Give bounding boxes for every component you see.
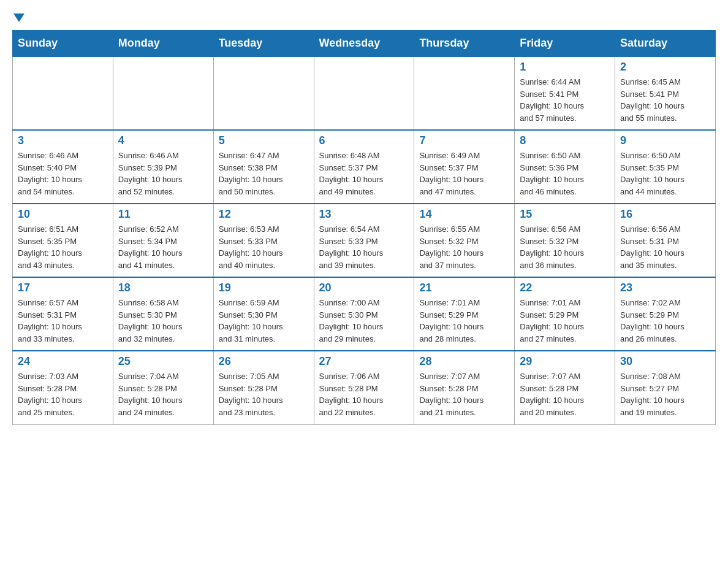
calendar-cell: 10Sunrise: 6:51 AM Sunset: 5:35 PM Dayli… [13,204,113,277]
calendar-cell: 24Sunrise: 7:03 AM Sunset: 5:28 PM Dayli… [13,351,113,424]
day-number: 24 [18,355,108,368]
weekday-header-wednesday: Wednesday [314,31,414,57]
weekday-header-tuesday: Tuesday [213,31,314,57]
day-info: Sunrise: 7:07 AM Sunset: 5:28 PM Dayligh… [419,370,509,418]
day-info: Sunrise: 6:46 AM Sunset: 5:40 PM Dayligh… [18,150,108,197]
day-info: Sunrise: 7:00 AM Sunset: 5:30 PM Dayligh… [319,297,409,345]
weekday-header-monday: Monday [113,31,213,57]
day-number: 18 [118,282,208,294]
calendar-cell: 21Sunrise: 7:01 AM Sunset: 5:29 PM Dayli… [414,277,515,351]
day-info: Sunrise: 7:03 AM Sunset: 5:28 PM Dayligh… [18,370,108,418]
day-number: 26 [219,355,309,368]
day-number: 12 [219,208,309,221]
day-info: Sunrise: 7:01 AM Sunset: 5:29 PM Dayligh… [419,297,509,345]
calendar-cell: 25Sunrise: 7:04 AM Sunset: 5:28 PM Dayli… [113,351,213,424]
day-info: Sunrise: 6:55 AM Sunset: 5:32 PM Dayligh… [419,223,509,271]
calendar-cell: 3Sunrise: 6:46 AM Sunset: 5:40 PM Daylig… [13,130,113,204]
weekday-header-saturday: Saturday [615,31,716,57]
week-row-4: 17Sunrise: 6:57 AM Sunset: 5:31 PM Dayli… [13,277,716,351]
calendar-cell: 15Sunrise: 6:56 AM Sunset: 5:32 PM Dayli… [515,204,615,277]
calendar-cell: 26Sunrise: 7:05 AM Sunset: 5:28 PM Dayli… [213,351,314,424]
day-info: Sunrise: 7:06 AM Sunset: 5:28 PM Dayligh… [319,370,409,418]
day-number: 29 [520,355,610,368]
day-number: 14 [419,208,509,221]
calendar-cell [213,56,314,130]
calendar-cell: 9Sunrise: 6:50 AM Sunset: 5:35 PM Daylig… [615,130,716,204]
calendar-cell: 19Sunrise: 6:59 AM Sunset: 5:30 PM Dayli… [213,277,314,351]
weekday-header-friday: Friday [515,31,615,57]
day-number: 6 [319,134,409,147]
day-info: Sunrise: 6:44 AM Sunset: 5:41 PM Dayligh… [520,76,610,124]
calendar-cell: 22Sunrise: 7:01 AM Sunset: 5:29 PM Dayli… [515,277,615,351]
day-info: Sunrise: 6:59 AM Sunset: 5:30 PM Dayligh… [219,297,309,345]
day-number: 15 [520,208,610,221]
week-row-2: 3Sunrise: 6:46 AM Sunset: 5:40 PM Daylig… [13,130,716,204]
day-number: 10 [18,208,108,221]
day-number: 5 [219,134,309,147]
day-info: Sunrise: 7:01 AM Sunset: 5:29 PM Dayligh… [520,297,610,345]
day-number: 17 [18,282,108,294]
calendar-cell: 18Sunrise: 6:58 AM Sunset: 5:30 PM Dayli… [113,277,213,351]
calendar-cell: 30Sunrise: 7:08 AM Sunset: 5:27 PM Dayli… [615,351,716,424]
day-info: Sunrise: 7:07 AM Sunset: 5:28 PM Dayligh… [520,370,610,418]
day-info: Sunrise: 6:48 AM Sunset: 5:37 PM Dayligh… [319,150,409,197]
day-info: Sunrise: 6:51 AM Sunset: 5:35 PM Dayligh… [18,223,108,271]
day-number: 23 [620,282,710,294]
day-number: 13 [319,208,409,221]
day-number: 3 [18,134,108,147]
day-info: Sunrise: 7:04 AM Sunset: 5:28 PM Dayligh… [118,370,208,418]
calendar-cell: 12Sunrise: 6:53 AM Sunset: 5:33 PM Dayli… [213,204,314,277]
day-info: Sunrise: 6:56 AM Sunset: 5:32 PM Dayligh… [520,223,610,271]
day-number: 27 [319,355,409,368]
weekday-header-thursday: Thursday [414,31,515,57]
day-info: Sunrise: 6:58 AM Sunset: 5:30 PM Dayligh… [118,297,208,345]
calendar-cell [414,56,515,130]
week-row-1: 1Sunrise: 6:44 AM Sunset: 5:41 PM Daylig… [13,56,716,130]
day-info: Sunrise: 6:53 AM Sunset: 5:33 PM Dayligh… [219,223,309,271]
day-info: Sunrise: 6:57 AM Sunset: 5:31 PM Dayligh… [18,297,108,345]
day-number: 2 [620,61,710,74]
day-info: Sunrise: 6:50 AM Sunset: 5:36 PM Dayligh… [520,150,610,197]
day-number: 19 [219,282,309,294]
calendar-cell: 28Sunrise: 7:07 AM Sunset: 5:28 PM Dayli… [414,351,515,424]
calendar-cell: 7Sunrise: 6:49 AM Sunset: 5:37 PM Daylig… [414,130,515,204]
calendar-cell: 16Sunrise: 6:56 AM Sunset: 5:31 PM Dayli… [615,204,716,277]
calendar-table: SundayMondayTuesdayWednesdayThursdayFrid… [12,30,716,425]
logo-triangle-icon [13,13,25,22]
day-info: Sunrise: 6:46 AM Sunset: 5:39 PM Dayligh… [118,150,208,197]
day-info: Sunrise: 6:52 AM Sunset: 5:34 PM Dayligh… [118,223,208,271]
page-header [12,12,716,24]
day-number: 8 [520,134,610,147]
calendar-cell: 8Sunrise: 6:50 AM Sunset: 5:36 PM Daylig… [515,130,615,204]
calendar-cell: 1Sunrise: 6:44 AM Sunset: 5:41 PM Daylig… [515,56,615,130]
day-number: 30 [620,355,710,368]
day-number: 25 [118,355,208,368]
day-number: 1 [520,61,610,74]
calendar-cell: 29Sunrise: 7:07 AM Sunset: 5:28 PM Dayli… [515,351,615,424]
day-info: Sunrise: 7:08 AM Sunset: 5:27 PM Dayligh… [620,370,710,418]
day-info: Sunrise: 6:49 AM Sunset: 5:37 PM Dayligh… [419,150,509,197]
logo [12,12,31,24]
calendar-cell: 27Sunrise: 7:06 AM Sunset: 5:28 PM Dayli… [314,351,414,424]
calendar-cell: 13Sunrise: 6:54 AM Sunset: 5:33 PM Dayli… [314,204,414,277]
calendar-cell: 11Sunrise: 6:52 AM Sunset: 5:34 PM Dayli… [113,204,213,277]
day-number: 22 [520,282,610,294]
weekday-header-row: SundayMondayTuesdayWednesdayThursdayFrid… [13,31,716,57]
day-number: 16 [620,208,710,221]
day-info: Sunrise: 6:56 AM Sunset: 5:31 PM Dayligh… [620,223,710,271]
calendar-cell: 4Sunrise: 6:46 AM Sunset: 5:39 PM Daylig… [113,130,213,204]
day-number: 11 [118,208,208,221]
calendar-cell: 2Sunrise: 6:45 AM Sunset: 5:41 PM Daylig… [615,56,716,130]
day-number: 4 [118,134,208,147]
calendar-cell: 6Sunrise: 6:48 AM Sunset: 5:37 PM Daylig… [314,130,414,204]
day-number: 7 [419,134,509,147]
calendar-cell: 14Sunrise: 6:55 AM Sunset: 5:32 PM Dayli… [414,204,515,277]
day-info: Sunrise: 6:50 AM Sunset: 5:35 PM Dayligh… [620,150,710,197]
day-number: 9 [620,134,710,147]
week-row-3: 10Sunrise: 6:51 AM Sunset: 5:35 PM Dayli… [13,204,716,277]
calendar-cell: 23Sunrise: 7:02 AM Sunset: 5:29 PM Dayli… [615,277,716,351]
day-number: 21 [419,282,509,294]
week-row-5: 24Sunrise: 7:03 AM Sunset: 5:28 PM Dayli… [13,351,716,424]
day-number: 28 [419,355,509,368]
day-number: 20 [319,282,409,294]
